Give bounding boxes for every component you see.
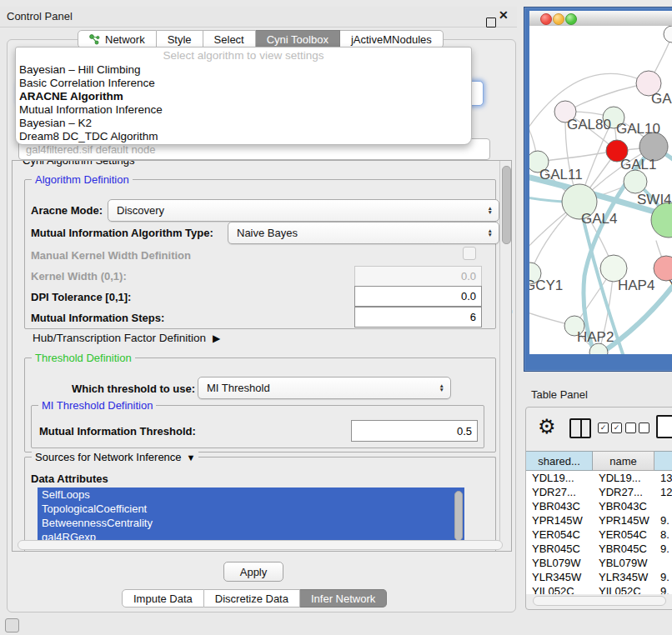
window-close-icon[interactable] [540,13,552,25]
algorithm-option[interactable]: Mutual Information Inference [16,103,471,117]
settings-horizontal-scrollbar[interactable] [18,540,503,550]
float-panel-icon[interactable] [486,18,496,28]
tab-jactivemnodules[interactable]: jActiveMNodules [340,30,444,48]
network-node[interactable] [624,170,647,193]
table-row[interactable]: YPR145WYPR145W9. [526,513,672,528]
table-cell: YER054C [593,528,654,542]
hub-transcription-expander[interactable]: Hub/Transcription Factor Definition ▶ [33,332,220,344]
table-row[interactable]: YLR345WYLR345W9. [526,570,672,584]
dpi-tolerance-field[interactable]: 0.0 [354,286,482,307]
table-row[interactable]: YBR045CYBR045C9. [526,542,672,556]
table-cell: 9. [654,584,672,594]
sources-title[interactable]: Sources for Network Inference▼ [32,451,198,463]
tab-select[interactable]: Select [203,30,256,48]
data-attributes-list[interactable]: SelfLoopsTopologicalCoefficientBetweenne… [38,488,464,548]
table-cell: YIL052C [526,584,593,594]
network-node-label: Y [669,278,672,293]
network-node-label: GAL80 [567,117,611,132]
table-cell: YIL052C [593,584,654,594]
network-node-label: GAL [651,91,672,107]
data-attribute-item[interactable]: TopologicalCoefficient [38,502,464,516]
network-edge [538,151,617,162]
algorithm-definition-title: Algorithm Definition [32,173,133,186]
table-cell: YDL19... [526,471,593,485]
aracne-mode-label: Aracne Mode: [31,204,103,217]
tab-cyni-toolbox-label: Cyni Toolbox [267,33,328,46]
hub-transcription-label: Hub/Transcription Factor Definition [33,332,206,344]
table-panel-toolbar: ⚙ ✓✓ [526,408,672,449]
tab-cyni-toolbox[interactable]: Cyni Toolbox [256,30,340,48]
column-header-partial[interactable] [654,451,672,471]
network-view-window[interactable]: GALGAL80GAL10GAL1GAL11SWI4GAL4GCY1HAP4YH… [524,7,672,372]
column-header-name[interactable]: name [593,451,654,471]
manual-kernel-width-label: Manual Kernel Width Definition [31,249,191,262]
which-threshold-combo[interactable]: MI Threshold ▲▼ [198,377,451,399]
data-attribute-item[interactable]: BetweennessCentrality [38,516,464,530]
close-panel-icon[interactable]: ✕ [499,8,509,22]
deselect-all-checkboxes-icon[interactable] [625,422,649,433]
table-horizontal-scrollbar[interactable] [533,596,666,606]
tab-style-label: Style [168,33,192,46]
table-row[interactable]: YDR27...YDR27...12 [526,485,672,499]
table-row[interactable]: YDL19...YDL19...13 [526,471,672,485]
tab-discretize-data[interactable]: Discretize Data [204,589,300,608]
table-panel: ⚙ ✓✓ shared... name YDL19...YDL19...13YD… [525,407,672,610]
mi-threshold-definition-title: MI Threshold Definition [38,399,156,412]
table-cell: YPR145W [526,513,593,528]
gear-icon[interactable]: ⚙ [538,416,556,438]
mi-threshold-field[interactable]: 0.5 [351,420,478,442]
network-node-label: GCY1 [529,278,563,293]
algorithm-option[interactable]: Dream8 DC_TDC Algorithm [16,130,471,143]
algorithm-option[interactable]: Basic Correlation Inference [16,77,471,90]
column-header-shared-name[interactable]: shared... [526,451,593,471]
combo-stepper-icon: ▲▼ [488,229,493,237]
table-cell: YBR045C [526,542,593,556]
table-row[interactable]: YER054CYER054C8. [526,528,672,542]
network-window-titlebar[interactable] [529,11,672,27]
network-canvas[interactable]: GALGAL80GAL10GAL1GAL11SWI4GAL4GCY1HAP4YH… [529,26,672,354]
algorithm-option[interactable]: Bayesian – Hill Climbing [16,63,471,77]
network-node[interactable] [651,202,672,238]
tab-impute-data[interactable]: Impute Data [122,589,204,608]
tab-network[interactable]: Network [78,30,157,48]
mi-threshold-value: 0.5 [457,425,472,438]
algorithm-option[interactable]: ARACNE Algorithm [16,90,471,103]
columns-icon[interactable] [569,418,591,438]
algorithm-option[interactable]: Bayesian – K2 [16,117,471,130]
apply-button[interactable]: Apply [223,562,283,582]
manual-kernel-width-checkbox[interactable] [463,247,476,260]
expander-down-icon: ▼ [187,452,196,462]
settings-vertical-scrollbar-thumb[interactable] [502,166,511,244]
table-row[interactable]: YBR043CYBR043C [526,499,672,513]
expander-right-icon: ▶ [213,332,220,344]
table-row[interactable]: YIL052CYIL052C9. [526,584,672,594]
kernel-width-field[interactable]: 0.0 [354,266,482,287]
table-cell [654,499,672,513]
document-icon[interactable] [656,415,672,438]
table-row[interactable]: YBL079WYBL079W [526,556,672,570]
tab-style[interactable]: Style [157,30,203,48]
mi-algorithm-type-combo[interactable]: Naive Bayes ▲▼ [228,222,499,244]
kernel-width-label: Kernel Width (0,1): [31,270,127,282]
table-cell [654,556,672,570]
table-cell: YLR345W [593,570,654,584]
tab-jactivemnodules-label: jActiveMNodules [351,33,432,46]
dpi-tolerance-value: 0.0 [461,290,476,302]
aracne-mode-value: Discovery [117,204,164,217]
data-attribute-item[interactable]: SelfLoops [38,488,464,502]
window-minimize-icon[interactable] [553,13,564,25]
table-cell: YDR27... [593,485,654,499]
network-node[interactable] [664,26,672,42]
network-node-label: GAL1 [620,157,656,172]
tab-impute-data-label: Impute Data [133,592,193,605]
window-zoom-icon[interactable] [565,13,577,25]
attributes-scrollbar-thumb[interactable] [454,491,463,541]
tab-infer-network[interactable]: Infer Network [300,589,387,608]
settings-vertical-scrollbar[interactable] [499,161,511,549]
table-cell: YLR345W [526,570,593,584]
mi-steps-field[interactable]: 6 [354,307,482,328]
table-cell: 13 [654,471,672,485]
aracne-mode-combo[interactable]: Discovery ▲▼ [108,199,499,222]
collapsed-panel-button[interactable] [5,618,19,632]
select-all-checkboxes-icon[interactable]: ✓✓ [598,422,622,433]
